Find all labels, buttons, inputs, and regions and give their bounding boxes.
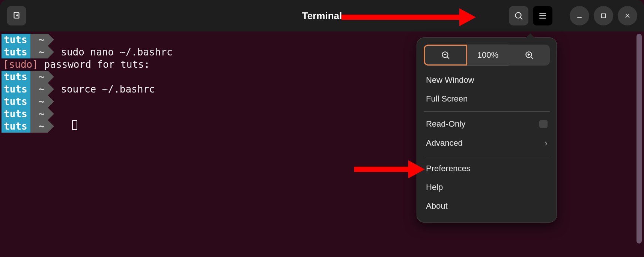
prompt-user-segment: tuts: [2, 120, 30, 133]
prompt-command: source ~/.bashrc: [48, 83, 155, 96]
close-button[interactable]: [618, 6, 637, 25]
zoom-in-icon: [524, 50, 534, 60]
hamburger-menu-button[interactable]: [533, 6, 552, 25]
window-title: Terminal: [302, 10, 342, 21]
svg-rect-1: [602, 14, 606, 18]
sudo-bracket: [sudo]: [3, 59, 38, 70]
menu-label: Preferences: [426, 164, 471, 173]
hamburger-popover: 100% New Window Full Screen Read-Only Ad…: [417, 37, 557, 223]
menu-about[interactable]: About: [424, 197, 550, 215]
chevron-right-icon: ›: [545, 138, 548, 148]
prompt-path-segment: ~: [30, 120, 48, 133]
search-button[interactable]: [509, 6, 528, 25]
maximize-button[interactable]: [594, 6, 613, 25]
prompt-path-segment: ~: [30, 71, 48, 83]
prompt-user-segment: tuts: [2, 83, 30, 96]
prompt-path-segment: ~: [30, 34, 48, 46]
menu-help[interactable]: Help: [424, 178, 550, 197]
hamburger-icon: [538, 11, 548, 21]
menu-separator: [424, 111, 550, 112]
read-only-checkbox[interactable]: [539, 120, 548, 128]
prompt-user-segment: tuts: [2, 46, 30, 58]
menu-advanced[interactable]: Advanced ›: [424, 133, 550, 153]
prompt-user-segment: tuts: [2, 108, 30, 120]
headerbar-left: [7, 6, 26, 25]
zoom-level-label: 100%: [477, 50, 498, 60]
prompt-path-segment: ~: [30, 46, 48, 58]
zoom-level-button[interactable]: 100%: [467, 45, 509, 66]
menu-label: Read-Only: [426, 119, 465, 129]
minimize-icon: [576, 12, 583, 19]
prompt-path-segment: ~: [30, 108, 48, 120]
menu-separator: [424, 156, 550, 156]
zoom-out-icon: [441, 50, 450, 60]
close-icon: [624, 12, 631, 19]
headerbar-right: [509, 6, 637, 25]
svg-point-0: [515, 12, 521, 18]
prompt-user-segment: tuts: [2, 71, 30, 83]
menu-read-only[interactable]: Read-Only: [424, 115, 550, 133]
new-tab-button[interactable]: [7, 6, 26, 25]
minimize-button[interactable]: [570, 6, 589, 25]
menu-preferences[interactable]: Preferences: [424, 159, 550, 178]
menu-label: New Window: [426, 75, 474, 85]
zoom-control-row: 100%: [424, 45, 550, 66]
scrollbar[interactable]: [636, 34, 642, 244]
menu-label: Help: [426, 182, 443, 192]
maximize-icon: [600, 12, 607, 19]
zoom-out-button[interactable]: [424, 45, 467, 66]
zoom-in-button[interactable]: [509, 45, 550, 66]
new-tab-icon: [12, 11, 21, 21]
prompt-command: sudo nano ~/.bashrc: [48, 46, 172, 58]
prompt-path-segment: ~: [30, 96, 48, 108]
menu-label: Full Screen: [426, 94, 468, 104]
menu-full-screen[interactable]: Full Screen: [424, 90, 550, 108]
search-icon: [514, 11, 524, 21]
menu-label: Advanced: [426, 138, 463, 148]
menu-label: About: [426, 201, 448, 211]
headerbar: Terminal: [0, 0, 644, 31]
prompt-user-segment: tuts: [2, 96, 30, 108]
menu-new-window[interactable]: New Window: [424, 71, 550, 90]
cursor: [72, 120, 77, 130]
prompt-user-segment: tuts: [2, 34, 30, 46]
prompt-path-segment: ~: [30, 83, 48, 96]
